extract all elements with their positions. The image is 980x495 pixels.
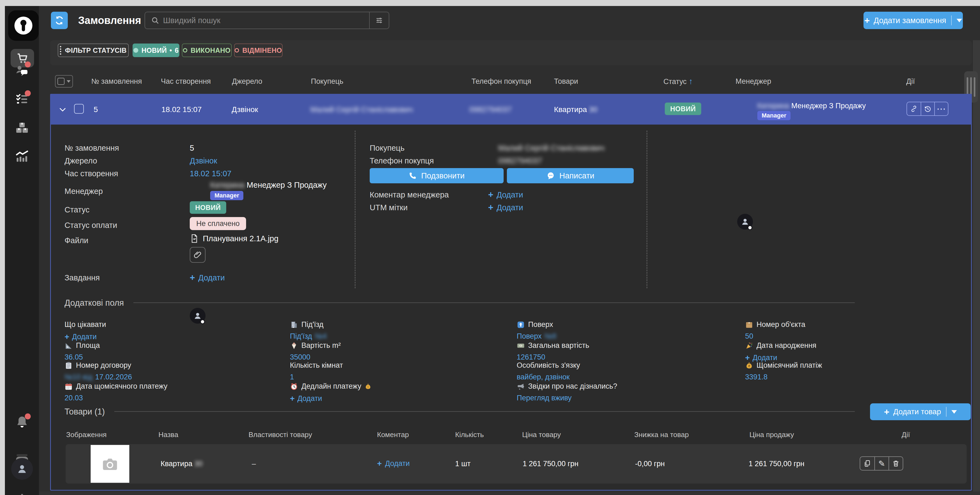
col-actions: Дії xyxy=(906,75,915,87)
col-phone[interactable]: Телефон покупця xyxy=(471,75,531,87)
filter-status-new[interactable]: НОВИЙ • 6 xyxy=(132,43,180,57)
filter-new-count: 6 xyxy=(175,46,178,54)
field-interest: Що цікавати +Додати xyxy=(65,320,282,341)
notification-dot xyxy=(25,413,31,419)
right-scroll-gutter[interactable] xyxy=(973,40,980,495)
link-icon xyxy=(910,105,918,113)
manager-avatar xyxy=(737,214,753,230)
search-input[interactable] xyxy=(163,16,369,25)
cell-created: 18.02 15:07 xyxy=(161,105,202,114)
detail-created-link[interactable]: 18.02 15:07 xyxy=(190,169,231,178)
edit-product-button[interactable]: ✎ xyxy=(874,457,889,470)
sidebar-item-products[interactable] xyxy=(15,121,29,135)
search-settings-button[interactable] xyxy=(369,12,389,29)
col-status[interactable]: Статус ↑ xyxy=(663,75,693,88)
product-image-placeholder[interactable] xyxy=(91,445,129,483)
file-name[interactable]: Планування 2.1A.jpg xyxy=(203,234,278,243)
quick-search xyxy=(145,12,389,29)
col-order-number[interactable]: № замовлення xyxy=(91,75,142,87)
chevron-down-icon[interactable] xyxy=(956,19,962,25)
filter-statuses-button[interactable]: ФІЛЬТР СТАТУСІВ xyxy=(58,43,129,57)
add-field-link[interactable]: +Додати xyxy=(290,394,508,403)
detail-customer-masked: Малий Сергій Станіславович xyxy=(498,144,605,152)
refresh-button[interactable] xyxy=(51,12,68,29)
filter-sliders-icon xyxy=(375,16,383,24)
filter-status-done[interactable]: ВИКОНАНО xyxy=(182,43,232,57)
add-order-button[interactable]: + Додати замовлення xyxy=(864,12,963,29)
col-products[interactable]: Товари xyxy=(554,75,578,87)
pcol-sale-price: Ціна продажу xyxy=(749,430,794,439)
add-field-link[interactable]: +Додати xyxy=(745,353,963,362)
moneybag-icon xyxy=(745,362,753,370)
status-badge: НОВИЙ xyxy=(665,103,701,115)
pcell-discount[interactable]: -0,00 грн xyxy=(635,460,665,468)
filter-cancelled-label: ВІДМІНЕНО xyxy=(242,46,282,54)
chevron-down-icon xyxy=(67,80,70,84)
add-utm-link[interactable]: + Додати xyxy=(488,202,523,213)
payment-status-badge[interactable]: Не сплачено xyxy=(190,217,246,230)
detail-number: 5 xyxy=(190,144,194,152)
kebab-dots-icon xyxy=(60,46,61,55)
chevron-down-icon[interactable] xyxy=(951,410,957,416)
sort-asc-icon[interactable]: ↑ xyxy=(689,77,693,86)
add-field-link[interactable]: +Додати xyxy=(65,332,282,341)
search-icon xyxy=(151,16,159,24)
products-title: Товари (1) xyxy=(65,407,105,417)
notification-dot xyxy=(25,62,31,67)
cell-source: Дзвінок xyxy=(232,105,258,114)
pcol-price: Ціна товару xyxy=(522,430,561,439)
history-icon xyxy=(924,105,932,113)
floor-up-icon xyxy=(517,320,525,329)
col-source[interactable]: Джерело xyxy=(232,75,262,87)
select-all-checkbox[interactable] xyxy=(55,75,73,87)
file-attachment[interactable]: Планування 2.1A.jpg xyxy=(190,234,278,243)
banknote-icon xyxy=(517,342,525,350)
sidebar-divider xyxy=(17,454,27,456)
sidebar-item-analytics[interactable] xyxy=(15,149,29,164)
alarm-clock-icon xyxy=(290,382,298,390)
sidebar-item-clients[interactable] xyxy=(15,63,29,77)
product-actions: ✎ xyxy=(860,456,903,471)
detail-source-link[interactable]: Дзвінок xyxy=(190,156,217,165)
plus-icon: + xyxy=(377,459,382,468)
col-manager[interactable]: Менеджер xyxy=(735,75,771,87)
sidebar-item-tasks[interactable] xyxy=(15,92,29,106)
write-button[interactable]: Написати xyxy=(507,168,634,183)
sidebar-item-settings[interactable] xyxy=(15,493,29,495)
detail-label-created: Час створення xyxy=(65,169,118,178)
more-actions-button[interactable]: ⋯ xyxy=(934,102,948,115)
field-monthly-payment: Щомісячний платіж 3391.8 xyxy=(745,361,963,381)
row-checkbox[interactable] xyxy=(74,104,84,114)
products-boxes-icon xyxy=(15,121,29,135)
package-icon xyxy=(745,320,753,329)
add-product-comment-link[interactable]: + Додати xyxy=(377,459,410,468)
link-action-button[interactable] xyxy=(907,102,921,115)
filter-status-cancelled[interactable]: ВІДМІНЕНО xyxy=(234,43,283,57)
cell-order-number: 5 xyxy=(94,105,98,114)
add-task-link[interactable]: + Додати xyxy=(190,273,225,283)
app-logo[interactable] xyxy=(8,10,39,41)
col-customer[interactable]: Покупець xyxy=(311,75,343,87)
pcell-price[interactable]: 1 261 750,00 грн xyxy=(523,460,579,468)
add-comment-link[interactable]: + Додати xyxy=(488,190,523,200)
col-created[interactable]: Час створення xyxy=(161,75,211,87)
call-button[interactable]: Подзвонити xyxy=(370,168,504,183)
duplicate-product-button[interactable] xyxy=(860,457,874,470)
add-product-button[interactable]: + Додати товар xyxy=(870,403,971,420)
megaphone-icon xyxy=(517,382,525,390)
history-action-button[interactable] xyxy=(921,102,934,115)
delete-product-button[interactable] xyxy=(889,457,903,470)
manager-role-badge: Manager xyxy=(757,111,791,120)
collapse-chevron-icon[interactable] xyxy=(59,106,67,114)
notification-dot xyxy=(25,90,31,96)
row-actions: ⋯ xyxy=(907,102,948,116)
sidebar-item-profile[interactable] xyxy=(11,458,33,480)
column-separator xyxy=(355,130,356,288)
sidebar-item-notifications[interactable] xyxy=(15,415,29,429)
attach-file-button[interactable] xyxy=(190,247,205,263)
detail-status-badge[interactable]: НОВИЙ xyxy=(190,201,226,214)
write-label: Написати xyxy=(559,171,594,180)
field-object-number: Номер об'єкта 50 xyxy=(745,320,963,341)
plus-icon: + xyxy=(884,407,889,417)
pcell-quantity[interactable]: 1 шт xyxy=(455,460,471,468)
